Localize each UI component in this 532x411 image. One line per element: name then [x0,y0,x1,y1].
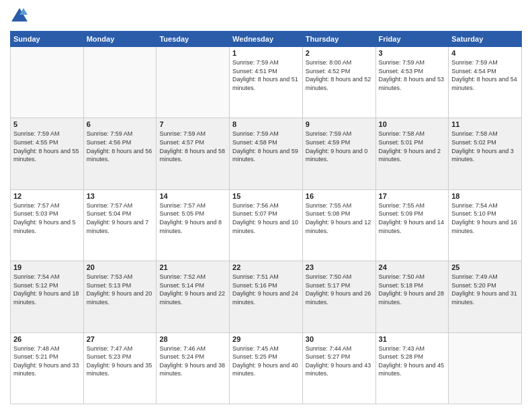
weekday-header-monday: Monday [83,32,157,47]
day-info: Sunrise: 7:59 AM Sunset: 4:56 PM Dayligh… [87,130,154,163]
calendar-week-row: 12Sunrise: 7:57 AM Sunset: 5:03 PM Dayli… [11,189,522,261]
day-number: 29 [232,335,300,343]
day-info: Sunrise: 7:50 AM Sunset: 5:17 PM Dayligh… [306,273,373,306]
day-info: Sunrise: 7:55 AM Sunset: 5:08 PM Dayligh… [306,201,373,235]
day-info: Sunrise: 7:45 AM Sunset: 5:25 PM Dayligh… [232,345,300,378]
day-number: 28 [159,335,226,343]
calendar-day-cell: 5Sunrise: 7:59 AM Sunset: 4:55 PM Daylig… [11,118,84,189]
day-info: Sunrise: 7:44 AM Sunset: 5:27 PM Dayligh… [306,345,373,378]
day-number: 2 [306,49,373,57]
day-info: Sunrise: 7:55 AM Sunset: 5:09 PM Dayligh… [379,201,446,235]
day-info: Sunrise: 7:58 AM Sunset: 5:01 PM Dayligh… [379,130,446,163]
calendar-day-cell: 8Sunrise: 7:59 AM Sunset: 4:58 PM Daylig… [230,118,303,189]
day-number: 26 [13,335,81,343]
day-info: Sunrise: 7:51 AM Sunset: 5:16 PM Dayligh… [232,273,300,306]
day-number: 15 [232,192,300,200]
day-info: Sunrise: 7:59 AM Sunset: 4:57 PM Dayligh… [159,130,226,163]
day-number: 6 [87,120,154,128]
day-number: 30 [306,335,373,343]
day-info: Sunrise: 7:54 AM Sunset: 5:10 PM Dayligh… [451,201,519,235]
day-info: Sunrise: 7:59 AM Sunset: 4:59 PM Dayligh… [306,130,373,163]
day-info: Sunrise: 7:56 AM Sunset: 5:07 PM Dayligh… [232,201,300,235]
calendar-table: SundayMondayTuesdayWednesdayThursdayFrid… [10,31,522,404]
day-number: 13 [87,192,154,200]
day-number: 20 [87,263,154,271]
day-info: Sunrise: 7:52 AM Sunset: 5:14 PM Dayligh… [159,273,226,306]
day-number: 1 [232,49,300,57]
calendar-day-cell: 6Sunrise: 7:59 AM Sunset: 4:56 PM Daylig… [83,118,157,189]
calendar-week-row: 5Sunrise: 7:59 AM Sunset: 4:55 PM Daylig… [11,118,522,189]
calendar-day-cell: 31Sunrise: 7:43 AM Sunset: 5:28 PM Dayli… [375,332,449,404]
day-number: 25 [451,263,519,271]
day-info: Sunrise: 7:43 AM Sunset: 5:28 PM Dayligh… [379,345,446,378]
day-info: Sunrise: 7:57 AM Sunset: 5:05 PM Dayligh… [159,201,226,235]
calendar-week-row: 26Sunrise: 7:48 AM Sunset: 5:21 PM Dayli… [11,332,522,404]
calendar-day-cell: 26Sunrise: 7:48 AM Sunset: 5:21 PM Dayli… [11,332,84,404]
calendar-day-cell: 14Sunrise: 7:57 AM Sunset: 5:05 PM Dayli… [157,189,230,261]
logo [10,7,32,26]
day-number: 14 [159,192,226,200]
day-info: Sunrise: 7:58 AM Sunset: 5:02 PM Dayligh… [451,130,519,163]
calendar-day-cell: 18Sunrise: 7:54 AM Sunset: 5:10 PM Dayli… [449,189,522,261]
page: SundayMondayTuesdayWednesdayThursdayFrid… [0,0,532,411]
calendar-empty-cell [157,47,230,118]
calendar-day-cell: 9Sunrise: 7:59 AM Sunset: 4:59 PM Daylig… [302,118,375,189]
day-number: 18 [451,192,519,200]
calendar-day-cell: 2Sunrise: 8:00 AM Sunset: 4:52 PM Daylig… [302,47,375,118]
day-info: Sunrise: 8:00 AM Sunset: 4:52 PM Dayligh… [306,58,373,92]
calendar-week-row: 19Sunrise: 7:54 AM Sunset: 5:12 PM Dayli… [11,261,522,332]
day-info: Sunrise: 7:53 AM Sunset: 5:13 PM Dayligh… [87,273,154,306]
weekday-header-row: SundayMondayTuesdayWednesdayThursdayFrid… [11,32,522,47]
calendar-day-cell: 15Sunrise: 7:56 AM Sunset: 5:07 PM Dayli… [230,189,303,261]
day-info: Sunrise: 7:54 AM Sunset: 5:12 PM Dayligh… [13,273,81,306]
weekday-header-sunday: Sunday [11,32,84,47]
calendar-day-cell: 4Sunrise: 7:59 AM Sunset: 4:54 PM Daylig… [449,47,522,118]
day-info: Sunrise: 7:47 AM Sunset: 5:23 PM Dayligh… [87,345,154,378]
day-info: Sunrise: 7:48 AM Sunset: 5:21 PM Dayligh… [13,345,81,378]
calendar-day-cell: 25Sunrise: 7:49 AM Sunset: 5:20 PM Dayli… [449,261,522,332]
day-info: Sunrise: 7:49 AM Sunset: 5:20 PM Dayligh… [451,273,519,306]
day-info: Sunrise: 7:57 AM Sunset: 5:04 PM Dayligh… [87,201,154,235]
day-number: 24 [379,263,446,271]
day-info: Sunrise: 7:57 AM Sunset: 5:03 PM Dayligh… [13,201,81,235]
day-info: Sunrise: 7:59 AM Sunset: 4:51 PM Dayligh… [232,58,300,92]
calendar-day-cell: 28Sunrise: 7:46 AM Sunset: 5:24 PM Dayli… [157,332,230,404]
calendar-empty-cell [83,47,157,118]
day-number: 12 [13,192,81,200]
calendar-day-cell: 7Sunrise: 7:59 AM Sunset: 4:57 PM Daylig… [157,118,230,189]
day-info: Sunrise: 7:59 AM Sunset: 4:55 PM Dayligh… [13,130,81,163]
calendar-day-cell: 24Sunrise: 7:50 AM Sunset: 5:18 PM Dayli… [375,261,449,332]
day-number: 22 [232,263,300,271]
calendar-day-cell: 11Sunrise: 7:58 AM Sunset: 5:02 PM Dayli… [449,118,522,189]
calendar-day-cell: 1Sunrise: 7:59 AM Sunset: 4:51 PM Daylig… [230,47,303,118]
calendar-day-cell: 10Sunrise: 7:58 AM Sunset: 5:01 PM Dayli… [375,118,449,189]
day-number: 11 [451,120,519,128]
day-number: 9 [306,120,373,128]
calendar-day-cell: 23Sunrise: 7:50 AM Sunset: 5:17 PM Dayli… [302,261,375,332]
weekday-header-saturday: Saturday [449,32,522,47]
weekday-header-wednesday: Wednesday [230,32,303,47]
day-number: 8 [232,120,300,128]
calendar-day-cell: 13Sunrise: 7:57 AM Sunset: 5:04 PM Dayli… [83,189,157,261]
day-number: 16 [306,192,373,200]
calendar-day-cell: 21Sunrise: 7:52 AM Sunset: 5:14 PM Dayli… [157,261,230,332]
logo-icon [10,7,29,26]
calendar-day-cell: 12Sunrise: 7:57 AM Sunset: 5:03 PM Dayli… [11,189,84,261]
day-number: 23 [306,263,373,271]
weekday-header-tuesday: Tuesday [157,32,230,47]
day-info: Sunrise: 7:46 AM Sunset: 5:24 PM Dayligh… [159,345,226,378]
calendar-empty-cell [449,332,522,404]
day-number: 19 [13,263,81,271]
day-number: 10 [379,120,446,128]
day-info: Sunrise: 7:59 AM Sunset: 4:53 PM Dayligh… [379,58,446,92]
day-info: Sunrise: 7:59 AM Sunset: 4:54 PM Dayligh… [451,58,519,92]
weekday-header-friday: Friday [375,32,449,47]
day-number: 3 [379,49,446,57]
day-number: 17 [379,192,446,200]
calendar-day-cell: 22Sunrise: 7:51 AM Sunset: 5:16 PM Dayli… [230,261,303,332]
calendar-day-cell: 17Sunrise: 7:55 AM Sunset: 5:09 PM Dayli… [375,189,449,261]
day-number: 27 [87,335,154,343]
day-number: 5 [13,120,81,128]
header [10,7,522,26]
day-number: 31 [379,335,446,343]
